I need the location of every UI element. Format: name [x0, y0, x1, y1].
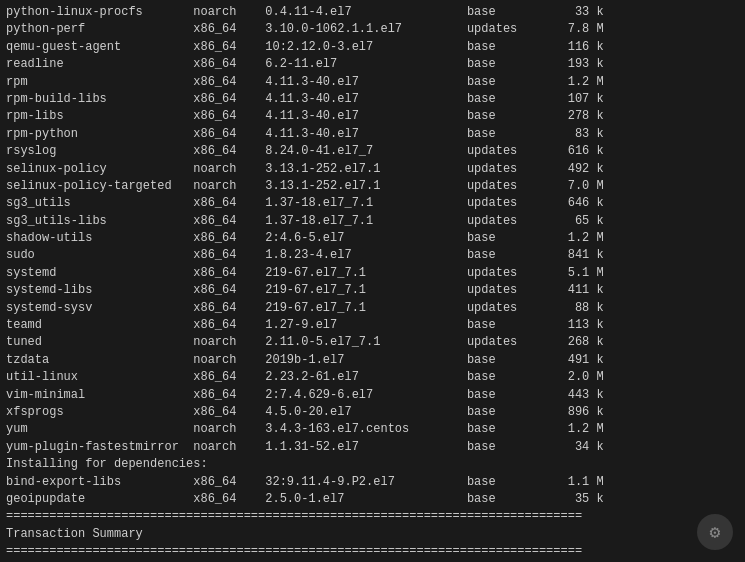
package-row: teamd x86_64 1.27-9.el7 base 113 k — [6, 317, 739, 334]
package-row: rpm-libs x86_64 4.11.3-40.el7 base 278 k — [6, 108, 739, 125]
package-row: shadow-utils x86_64 2:4.6-5.el7 base 1.2… — [6, 230, 739, 247]
package-row: selinux-policy noarch 3.13.1-252.el7.1 u… — [6, 161, 739, 178]
package-row: systemd-libs x86_64 219-67.el7_7.1 updat… — [6, 282, 739, 299]
package-row: rpm-python x86_64 4.11.3-40.el7 base 83 … — [6, 126, 739, 143]
package-row: rpm-build-libs x86_64 4.11.3-40.el7 base… — [6, 91, 739, 108]
separator-line: ========================================… — [6, 508, 739, 525]
package-row: rpm x86_64 4.11.3-40.el7 base 1.2 M — [6, 74, 739, 91]
package-row: sudo x86_64 1.8.23-4.el7 base 841 k — [6, 247, 739, 264]
watermark-icon: ⚙ — [697, 514, 733, 550]
package-row: qemu-guest-agent x86_64 10:2.12.0-3.el7 … — [6, 39, 739, 56]
package-row: vim-minimal x86_64 2:7.4.629-6.el7 base … — [6, 387, 739, 404]
package-row: readline x86_64 6.2-11.el7 base 193 k — [6, 56, 739, 73]
package-row: xfsprogs x86_64 4.5.0-20.el7 base 896 k — [6, 404, 739, 421]
package-row: systemd x86_64 219-67.el7_7.1 updates 5.… — [6, 265, 739, 282]
package-row: systemd-sysv x86_64 219-67.el7_7.1 updat… — [6, 300, 739, 317]
terminal: python-linux-procfs noarch 0.4.11-4.el7 … — [6, 4, 739, 558]
package-row: tzdata noarch 2019b-1.el7 base 491 k — [6, 352, 739, 369]
package-row: sg3_utils x86_64 1.37-18.el7_7.1 updates… — [6, 195, 739, 212]
package-row: rsyslog x86_64 8.24.0-41.el7_7 updates 6… — [6, 143, 739, 160]
package-row: selinux-policy-targeted noarch 3.13.1-25… — [6, 178, 739, 195]
package-row: yum noarch 3.4.3-163.el7.centos base 1.2… — [6, 421, 739, 438]
package-row: python-linux-procfs noarch 0.4.11-4.el7 … — [6, 4, 739, 21]
package-row: python-perf x86_64 3.10.0-1062.1.1.el7 u… — [6, 21, 739, 38]
package-row: geoipupdate x86_64 2.5.0-1.el7 base 35 k — [6, 491, 739, 508]
package-row: util-linux x86_64 2.23.2-61.el7 base 2.0… — [6, 369, 739, 386]
package-row: yum-plugin-fastestmirror noarch 1.1.31-5… — [6, 439, 739, 456]
package-row: bind-export-libs x86_64 32:9.11.4-9.P2.e… — [6, 474, 739, 491]
package-row: tuned noarch 2.11.0-5.el7_7.1 updates 26… — [6, 334, 739, 351]
package-row: sg3_utils-libs x86_64 1.37-18.el7_7.1 up… — [6, 213, 739, 230]
separator-line2: ========================================… — [6, 543, 739, 558]
dep-section-label: Installing for dependencies: — [6, 456, 739, 473]
transaction-summary-header: Transaction Summary — [6, 526, 739, 543]
